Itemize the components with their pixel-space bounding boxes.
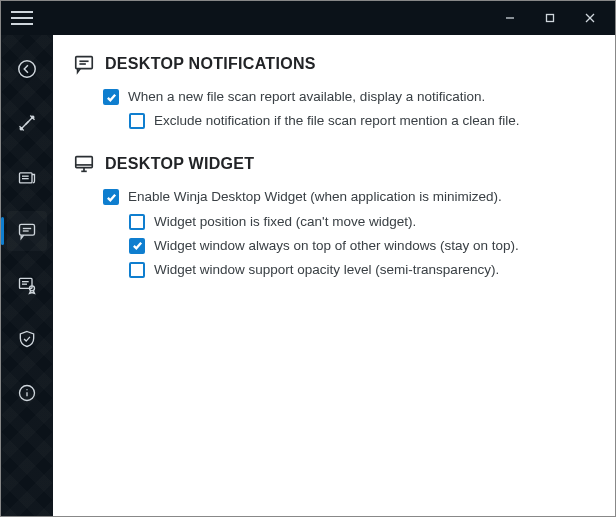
svg-rect-1: [547, 15, 554, 22]
content-area: DESKTOP NOTIFICATIONS When a new file sc…: [53, 35, 615, 516]
checkbox[interactable]: [129, 262, 145, 278]
sidebar-news[interactable]: [7, 157, 47, 197]
app-window: DESKTOP NOTIFICATIONS When a new file sc…: [0, 0, 616, 517]
svg-point-4: [19, 61, 36, 78]
checkbox[interactable]: [103, 189, 119, 205]
monitor-icon: [73, 153, 95, 175]
option-label: Enable Winja Desktop Widget (when applic…: [128, 188, 502, 206]
titlebar: [1, 1, 615, 35]
option-label: Exclude notification if the file scan re…: [154, 112, 519, 130]
sidebar-back[interactable]: [7, 49, 47, 89]
minimize-button[interactable]: [491, 4, 529, 32]
svg-rect-23: [76, 157, 93, 168]
svg-rect-7: [20, 173, 33, 183]
sidebar: [1, 35, 53, 516]
window-controls: [491, 4, 609, 32]
close-button[interactable]: [571, 4, 609, 32]
option-label: Widget window always on top of other win…: [154, 237, 519, 255]
option-label: Widget window support opacity level (sem…: [154, 261, 499, 279]
svg-rect-10: [20, 224, 35, 235]
sidebar-notifications[interactable]: [7, 211, 47, 251]
section-header: DESKTOP WIDGET: [73, 153, 593, 175]
checkbox[interactable]: [129, 113, 145, 129]
section-desktop-notifications: DESKTOP NOTIFICATIONS When a new file sc…: [73, 53, 593, 133]
option-label: When a new file scan report available, d…: [128, 88, 485, 106]
svg-rect-20: [76, 57, 93, 69]
option-row: When a new file scan report available, d…: [103, 85, 593, 109]
option-label: Widget position is fixed (can't move wid…: [154, 213, 416, 231]
window-body: DESKTOP NOTIFICATIONS When a new file sc…: [1, 35, 615, 516]
sidebar-certificate[interactable]: [7, 265, 47, 305]
option-row: Widget position is fixed (can't move wid…: [129, 210, 593, 234]
option-row: Widget window support opacity level (sem…: [129, 258, 593, 282]
checkbox[interactable]: [129, 214, 145, 230]
section-title: DESKTOP NOTIFICATIONS: [105, 55, 316, 73]
maximize-button[interactable]: [531, 4, 569, 32]
checkbox[interactable]: [103, 89, 119, 105]
message-icon: [73, 53, 95, 75]
svg-point-19: [26, 389, 27, 390]
sidebar-tools[interactable]: [7, 103, 47, 143]
sidebar-shield[interactable]: [7, 319, 47, 359]
section-header: DESKTOP NOTIFICATIONS: [73, 53, 593, 75]
hamburger-menu[interactable]: [11, 5, 37, 31]
section-desktop-widget: DESKTOP WIDGET Enable Winja Desktop Widg…: [73, 153, 593, 282]
option-row: Enable Winja Desktop Widget (when applic…: [103, 185, 593, 209]
section-title: DESKTOP WIDGET: [105, 155, 254, 173]
sidebar-info[interactable]: [7, 373, 47, 413]
option-row: Exclude notification if the file scan re…: [129, 109, 593, 133]
option-row: Widget window always on top of other win…: [129, 234, 593, 258]
checkbox[interactable]: [129, 238, 145, 254]
